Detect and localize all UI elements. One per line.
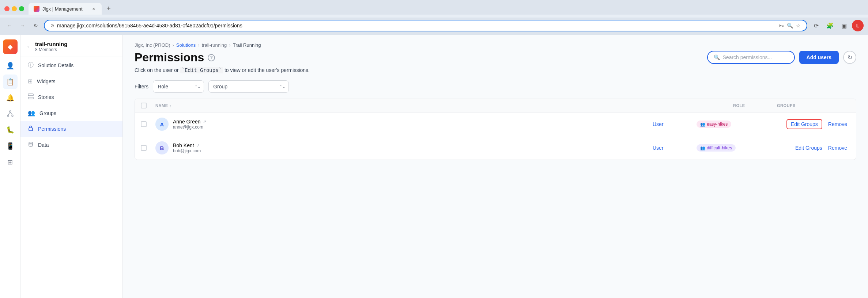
active-tab[interactable]: Jigx | Management ✕ [29, 3, 102, 15]
breadcrumb-jigx: Jigx, Inc (PROD) [135, 42, 170, 48]
user-cell-anne: A Anne Green ↗ anne@jigx.com [155, 118, 653, 131]
extensions-icon[interactable]: 🧩 [824, 20, 836, 31]
user-name-bob[interactable]: Bob Kent ↗ [173, 142, 201, 148]
rail-management-icon[interactable]: 📋 [3, 74, 18, 89]
sidebar-item-solution-details[interactable]: ⓘ Solution Details [20, 57, 122, 73]
sidebar-item-groups[interactable]: 👥 Groups [20, 105, 122, 121]
sidebar-item-data[interactable]: Data [20, 137, 122, 153]
tab-bar: Jigx | Management ✕ + [29, 3, 114, 15]
sidebar-data-label: Data [38, 142, 49, 148]
svg-line-4 [10, 112, 12, 115]
sidebar-toggle-icon[interactable]: ▣ [838, 20, 850, 31]
rail-users-icon[interactable]: 👤 [3, 58, 18, 73]
group-badge-easy-hikes: 👥 easy-hikes [697, 121, 731, 128]
user-info-bob: Bob Kent ↗ bob@jigx.com [173, 142, 201, 153]
group-filter-select[interactable]: Group [208, 80, 289, 93]
svg-rect-6 [28, 97, 33, 99]
sidebar-solution-info: trail-running 8 Members [35, 41, 67, 52]
filters-label: Filters [135, 84, 148, 89]
sidebar-back-button[interactable]: ← [26, 43, 32, 50]
traffic-lights [4, 6, 24, 11]
user-email-anne: anne@jigx.com [173, 125, 206, 130]
filters-row: Filters Role Group [135, 80, 856, 93]
role-filter-select[interactable]: Role [153, 80, 204, 93]
role-cell-bob: User [653, 145, 697, 151]
rail-notifications-icon[interactable]: 🔔 [3, 91, 18, 105]
edit-groups-button-bob[interactable]: Edit Groups [795, 145, 822, 151]
rail-device-icon[interactable]: 📱 [3, 139, 18, 153]
remove-button-anne[interactable]: Remove [828, 121, 847, 127]
search-icon[interactable]: 🔍 [787, 23, 793, 28]
tab-title: Jigx | Management [42, 6, 88, 12]
edit-groups-button-anne[interactable]: Edit Groups [786, 119, 822, 129]
group-badge-icon-bob: 👥 [700, 146, 705, 150]
sidebar-item-permissions[interactable]: Permissions [20, 121, 122, 137]
rail-hierarchy-icon[interactable] [3, 107, 18, 121]
reload-button[interactable]: ↻ [31, 20, 41, 31]
avatar-anne: A [155, 118, 169, 131]
header-checkbox-cell [141, 103, 155, 108]
address-bar-actions: 🗝 🔍 ☆ [779, 23, 801, 28]
address-bar[interactable]: ⊙ manage.jigx.com/solutions/69158465-ae4… [44, 20, 807, 31]
svg-rect-7 [29, 128, 33, 131]
table-row: B Bob Kent ↗ bob@jigx.com User 👥 difficu… [135, 136, 856, 160]
add-users-button[interactable]: Add users [799, 51, 839, 64]
refresh-button[interactable]: ↻ [843, 51, 856, 64]
row-checkbox-anne[interactable] [141, 121, 147, 127]
sidebar-item-stories[interactable]: Stories [20, 89, 122, 105]
user-cell-bob: B Bob Kent ↗ bob@jigx.com [155, 141, 653, 154]
sidebar: ← trail-running 8 Members ⓘ Solution Det… [20, 35, 123, 298]
groups-cell-bob: 👥 difficult-hikes [697, 144, 770, 152]
search-permissions-input[interactable]: 🔍 Search permissions... [707, 51, 795, 64]
row-checkbox-bob[interactable] [141, 145, 147, 151]
sidebar-permissions-label: Permissions [38, 126, 66, 132]
minimize-button[interactable] [12, 6, 17, 11]
rail-brand-icon[interactable]: ◆ [3, 39, 18, 54]
tab-favicon [34, 6, 39, 12]
back-button[interactable]: ← [4, 20, 15, 31]
svg-point-8 [29, 142, 33, 144]
close-button[interactable] [4, 6, 10, 11]
svg-line-3 [8, 112, 10, 115]
help-icon[interactable]: ? [208, 54, 215, 61]
address-bar-row: ← → ↻ ⊙ manage.jigx.com/solutions/691584… [0, 18, 868, 35]
bookmark-icon[interactable]: ☆ [796, 23, 801, 28]
stories-icon [28, 93, 34, 101]
new-tab-button[interactable]: + [103, 3, 114, 14]
rail-grid-icon[interactable]: ⊞ [3, 155, 18, 169]
page-description: Click on the user or `Edit Groups` to vi… [135, 67, 856, 73]
user-profile-icon[interactable]: L [852, 20, 864, 31]
icon-rail: ◆ 👤 📋 🔔 🐛 📱 ⊞ [0, 35, 20, 298]
password-icon[interactable]: 🗝 [779, 23, 784, 28]
groups-column-header: GROUPS [777, 103, 850, 108]
browser-chrome: Jigx | Management ✕ + [0, 0, 868, 15]
table-header: NAME ↑ ROLE GROUPS [135, 99, 856, 112]
name-column-header[interactable]: NAME ↑ [155, 103, 733, 108]
breadcrumb-sep-3: › [229, 42, 230, 48]
header-actions: 🔍 Search permissions... Add users ↻ [707, 51, 856, 64]
permissions-icon [28, 125, 34, 133]
role-filter-wrapper: Role [153, 80, 204, 93]
breadcrumb-sep-2: › [198, 42, 199, 48]
remove-button-bob[interactable]: Remove [828, 145, 847, 151]
sidebar-widgets-label: Widgets [37, 79, 56, 84]
solution-details-icon: ⓘ [28, 61, 34, 69]
row-checkbox-cell-bob [141, 145, 155, 151]
forward-button[interactable]: → [18, 20, 28, 31]
sidebar-item-widgets[interactable]: ⊞ Widgets [20, 73, 122, 89]
table-row: A Anne Green ↗ anne@jigx.com User 👥 easy… [135, 112, 856, 136]
svg-point-2 [12, 115, 13, 116]
breadcrumb-solutions[interactable]: Solutions [176, 42, 196, 48]
breadcrumb-trail-running-full: Trail Running [233, 42, 261, 48]
groups-icon: 👥 [28, 110, 35, 116]
group-filter-wrapper: Group [208, 80, 289, 93]
profile-sync-icon[interactable]: ⟳ [810, 20, 822, 31]
maximize-button[interactable] [19, 6, 24, 11]
tab-close-button[interactable]: ✕ [91, 6, 97, 12]
rail-debug-icon[interactable]: 🐛 [3, 123, 18, 137]
search-icon: 🔍 [714, 54, 720, 60]
url-display: manage.jigx.com/solutions/69158465-ae4d-… [57, 23, 776, 28]
breadcrumb-sep-1: › [173, 42, 174, 48]
select-all-checkbox[interactable] [141, 103, 147, 108]
user-name-anne[interactable]: Anne Green ↗ [173, 119, 206, 125]
